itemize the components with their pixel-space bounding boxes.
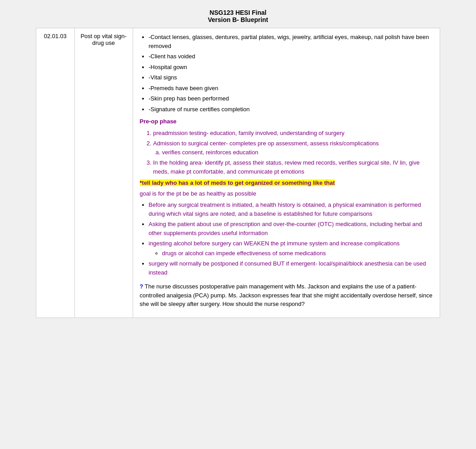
sub-bullet-list: drugs or alcohol can impede effectivenes… [149, 249, 433, 258]
list-item: -Signature of nurse certifies completion [149, 105, 433, 114]
question-paragraph: ? The nurse discusses postoperative pain… [140, 282, 433, 309]
main-container: 02.01.03 Post op vital sign- drug use -C… [36, 28, 440, 318]
list-item: In the holding area- identify pt, assess… [153, 158, 433, 176]
header-line2: Version B- Blueprint [0, 16, 476, 23]
goal-text: goal is for the pt be be as healthy as p… [140, 189, 433, 198]
header-line1: NSG123 HESI Final [0, 9, 476, 16]
question-text: The nurse discusses postoperative pain m… [140, 283, 433, 307]
preop-checklist: -Contact lenses, glasses, dentures, part… [140, 33, 433, 113]
list-item: -Hospital gown [149, 63, 433, 72]
list-item: -Client has voided [149, 52, 433, 61]
right-column: -Contact lenses, glasses, dentures, part… [133, 28, 440, 318]
mid-column: Post op vital sign- drug use [74, 28, 133, 318]
list-item: -Vital signs [149, 73, 433, 82]
list-item: Admission to surgical center- completes … [153, 139, 433, 157]
highlighted-text: *tell lady who has a lot of meds to get … [140, 179, 335, 186]
list-item: -Contact lenses, glasses, dentures, part… [149, 33, 433, 50]
list-item: preadmission testing- education, family … [153, 129, 433, 138]
list-item: drugs or alcohol can impede effectivenes… [162, 249, 433, 258]
date-label: 02.01.03 [44, 33, 67, 39]
list-item: surgery will normally be postponed if co… [149, 259, 433, 277]
list-item: -Premeds have been given [149, 84, 433, 93]
page-header: NSG123 HESI Final Version B- Blueprint [0, 0, 476, 28]
sub-list: verifies consent, reinforces education [153, 148, 433, 157]
question-mark-icon: ? [140, 283, 143, 290]
topic-label: Post op vital sign- drug use [81, 33, 127, 46]
content-table: 02.01.03 Post op vital sign- drug use -C… [36, 28, 440, 318]
highlight-block: *tell lady who has a lot of meds to get … [140, 179, 433, 187]
numbered-list: preadmission testing- education, family … [140, 129, 433, 176]
left-column: 02.01.03 [36, 28, 74, 318]
list-item: Before any surgical treatment is initiat… [149, 201, 433, 218]
preop-heading: Pre-op phase [140, 117, 433, 126]
list-item: verifies consent, reinforces education [162, 148, 433, 157]
list-item: ingesting alcohol before surgery can WEA… [149, 239, 433, 257]
list-item: Asking the patient about use of prescrip… [149, 220, 433, 237]
purple-bullets: Before any surgical treatment is initiat… [140, 201, 433, 277]
list-item: -Skin prep has been performed [149, 94, 433, 103]
